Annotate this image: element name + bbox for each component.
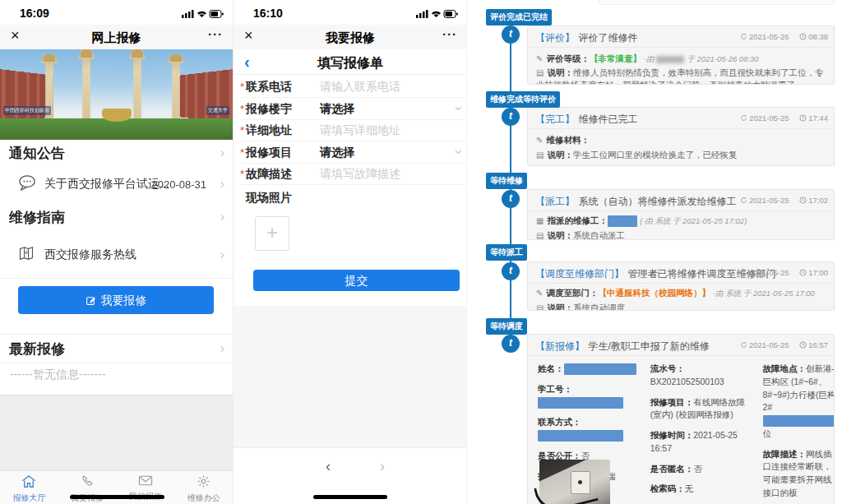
tab-label: 维修办公 — [174, 492, 233, 504]
fault-photo-thumbnail[interactable] — [539, 460, 610, 504]
detail-value: 否 — [581, 451, 590, 460]
event-time: 17:02 — [808, 196, 828, 205]
document-icon: ▤ — [536, 150, 544, 160]
event-meta: 2021-05-25 17:00 — [732, 262, 828, 283]
building-right — [179, 68, 233, 124]
notice-item-date: 2020-08-31 — [152, 178, 207, 191]
network-cable — [534, 474, 599, 504]
description-text: 维修人员特别热情负责，效率特别高，而且很快就来到了工位，专业技能熟练态度友好，帮… — [536, 67, 823, 86]
tab-repair-hall[interactable]: 报修大厅 — [0, 471, 58, 504]
field-label: 故障描述 — [246, 167, 292, 182]
field-address[interactable]: * 详细地址 请填写详细地址 — [240, 119, 467, 141]
status-badge: 评价完成已完结 — [486, 9, 552, 25]
line-label: 说明： — [547, 303, 573, 312]
line-label: 维修材料： — [546, 135, 590, 145]
card-body: ✎调度至部门：【中通服科技（校园网络）】 -由 系统 于 2021-05-25 … — [528, 284, 834, 311]
field-label: 报修项目 — [246, 146, 292, 160]
detail-serial: 流水号：BX2021052500103 — [650, 363, 756, 389]
chevron-down-icon: › — [451, 106, 465, 110]
by-meta: -由 — [644, 54, 655, 63]
fault-description-input[interactable]: 请填写故障描述 — [320, 167, 400, 182]
field-label: 现场照片 — [246, 191, 292, 206]
description-line: ▤说明：系统自动调度 — [536, 301, 826, 312]
clock-icon — [799, 33, 807, 40]
line-label: 说明： — [547, 150, 573, 160]
refresh-icon — [740, 269, 747, 276]
detail-item: 报修项目：有线网络故障(室内) (校园网络报修) — [650, 396, 756, 423]
pager-prev-icon[interactable]: ‹ — [326, 458, 331, 475]
detail-label: 是否匿名： — [650, 464, 694, 474]
line-label: 评价等级： — [546, 53, 590, 63]
contact-phone-input[interactable]: 请输入联系电话 — [320, 80, 400, 95]
description-text: 系统自动派工 — [573, 230, 625, 240]
event-tag: 【派工】 — [535, 196, 575, 207]
card-body: ▦指派的维修工： (-由 系统 于 2021-05-25 17:02) ▤说明：… — [528, 211, 834, 240]
card-body: ✎评价等级：【非常满意】 -由于 2021-05-26 08:30 ▤说明：维修… — [528, 48, 834, 85]
more-menu-icon[interactable]: ··· — [442, 27, 457, 41]
timeline-node-user-icon: t — [502, 108, 520, 126]
line-label: 说明： — [547, 230, 573, 240]
redacted-value — [538, 430, 623, 442]
event-date: 2021-05-26 — [749, 32, 789, 41]
required-mark: * — [240, 168, 244, 180]
address-input[interactable]: 请填写详细地址 — [320, 123, 400, 138]
guide-section-header[interactable]: 维修指南 › — [0, 202, 233, 233]
list-icon: ▦ — [536, 216, 544, 225]
field-fault-description[interactable]: * 故障描述 请填写故障描述 — [240, 163, 467, 185]
pager-next-icon[interactable]: › — [380, 458, 385, 475]
detail-label: 故障地点： — [763, 363, 807, 373]
hotline-item-label: 西交报修服务热线 — [44, 247, 136, 262]
description-line: ▤说明：维修人员特别热情负责，效率特别高，而且很快就来到了工位，专业技能熟练态度… — [536, 67, 826, 86]
evaluation-grade-line: ✎评价等级：【非常满意】 -由于 2021-05-26 08:30 — [536, 52, 826, 67]
clock-icon — [799, 197, 807, 204]
card-header: 【派工】 系统（自动）将维修件派发给维修工 2021-05-25 17:02 — [528, 190, 834, 211]
event-date: 2021-05-25 — [749, 268, 789, 277]
event-tag: 【调度至维修部门】 — [535, 268, 624, 280]
gate-pillar — [77, 49, 95, 118]
timeline-line — [510, 33, 511, 345]
refresh-icon — [740, 114, 747, 122]
event-tag: 【评价】 — [535, 32, 575, 44]
tab-report-repair[interactable]: 我要报修 — [58, 471, 117, 504]
clock-text: 16:10 — [253, 7, 283, 20]
tab-repair-office[interactable]: 维修办公 — [174, 471, 233, 504]
fountain — [102, 109, 132, 122]
description-line: ▤说明：系统自动派工 — [536, 229, 826, 241]
report-button-label: 我要报修 — [101, 294, 147, 307]
more-menu-icon[interactable]: ··· — [208, 27, 223, 41]
timeline-card-evaluation: 【评价】 评价了维修件 2021-05-26 08:38 ✎评价等级：【非常满意… — [527, 25, 835, 85]
timeline-card-dispatch: 【派工】 系统（自动）将维修件派发给维修工 2021-05-25 17:02 ▦… — [527, 189, 835, 240]
detail-label: 学工号： — [538, 384, 572, 394]
notice-section-header[interactable]: 通知公告 › — [0, 140, 233, 167]
latest-section-header[interactable]: 最新报修 › — [0, 334, 233, 363]
latest-header-label: 最新报修 — [9, 340, 65, 358]
detail-report-time: 报修时间：2021-05-25 16:57 — [650, 429, 756, 455]
card-body: ✎维修材料： ▤说明：学生工位网口里的模块给换走了，已经恢复 — [528, 129, 834, 166]
hotline-item[interactable]: 西交报修服务热线 › — [0, 232, 233, 279]
field-building-select[interactable]: * 报修楼宇 请选择 › — [240, 98, 467, 120]
field-contact-phone[interactable]: * 联系电话 请输入联系电话 — [240, 76, 467, 98]
speech-bubble-icon — [18, 174, 36, 194]
tab-my-repairs[interactable]: 我的报修 — [117, 471, 175, 504]
detail-value: 无 — [685, 483, 694, 493]
submit-button[interactable]: 提交 — [253, 270, 460, 291]
description-line: ▤说明：学生工位网口里的模块给换走了，已经恢复 — [536, 148, 826, 163]
campus-photo-banner: 中国西部科技创新港 交通大学 — [0, 49, 233, 140]
building-select-value[interactable]: 请选择 — [320, 102, 354, 117]
field-label: 详细地址 — [246, 123, 292, 138]
redacted-name — [656, 56, 684, 63]
status-badge: 等待派工 — [486, 244, 527, 261]
form-sub-header: ‹ 填写报修单 — [234, 49, 467, 75]
photo-upload-button[interactable]: + — [255, 216, 289, 251]
detail-label: 报修时间： — [650, 430, 694, 440]
card-header: 【新报修】 学生/教职工申报了新的维修 2021-05-25 16:57 — [528, 335, 834, 356]
item-select-value[interactable]: 请选择 — [320, 146, 354, 160]
repair-order-timeline: 评价完成已完结 t 【评价】 评价了维修件 2021-05-26 08:38 ✎… — [466, 0, 842, 504]
notice-item[interactable]: 关于西交报修平台试运... 2020-08-31 › — [0, 166, 233, 203]
routed-department-line: ✎调度至部门：【中通服科技（校园网络）】 -由 系统 于 2021-05-25 … — [536, 286, 826, 301]
detail-student-id: 学工号： — [538, 383, 644, 409]
report-repair-button[interactable]: 我要报修 — [18, 286, 214, 314]
repair-form-screen: 16:10 × 我要报修 ··· ‹ 填写报修单 * 联系电话 请输入联系电话 … — [233, 0, 467, 504]
event-date: 2021-05-25 — [749, 196, 789, 205]
field-item-select[interactable]: * 报修项目 请选择 › — [240, 141, 467, 164]
